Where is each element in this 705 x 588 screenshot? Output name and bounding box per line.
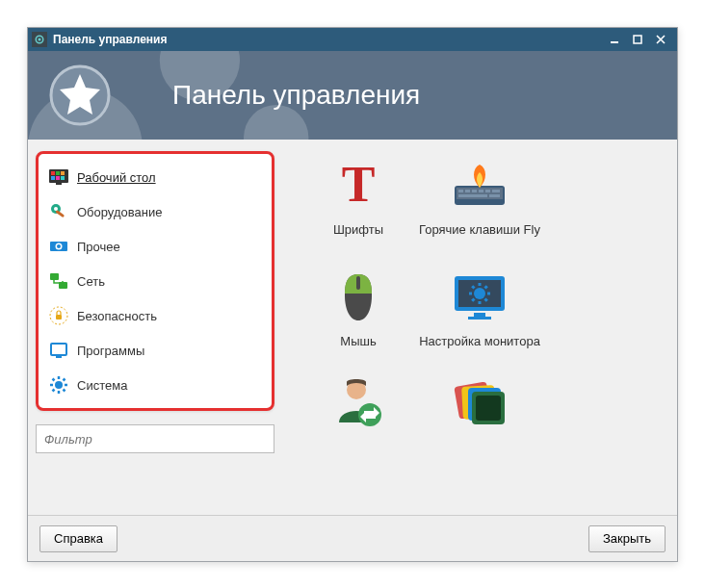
themes-icon bbox=[449, 378, 510, 428]
mouse-icon bbox=[327, 267, 389, 328]
svg-rect-52 bbox=[474, 313, 485, 317]
sidebar-item-hardware[interactable]: Оборудование bbox=[42, 194, 268, 229]
svg-rect-23 bbox=[50, 273, 59, 280]
footer: Справка Закрыть bbox=[28, 515, 677, 561]
sidebar-item-system[interactable]: Система bbox=[42, 368, 268, 402]
close-button[interactable] bbox=[654, 33, 667, 46]
svg-point-22 bbox=[57, 244, 61, 248]
app-label: Шрифты bbox=[333, 222, 383, 238]
svg-rect-15 bbox=[61, 176, 65, 180]
sidebar-item-label: Сеть bbox=[77, 274, 105, 289]
svg-line-35 bbox=[64, 390, 65, 392]
sidebar-item-label: Программы bbox=[77, 344, 144, 358]
svg-rect-43 bbox=[472, 190, 477, 192]
svg-line-61 bbox=[472, 299, 474, 301]
close-dialog-button[interactable]: Закрыть bbox=[588, 525, 666, 552]
svg-rect-2 bbox=[611, 41, 618, 43]
sidebar-item-label: Оборудование bbox=[77, 205, 162, 219]
svg-rect-44 bbox=[479, 190, 483, 192]
sidebar-item-security[interactable]: Безопасность bbox=[42, 298, 268, 333]
svg-rect-45 bbox=[485, 190, 490, 192]
monitor-settings-icon bbox=[449, 267, 510, 328]
hardware-icon bbox=[48, 201, 69, 222]
app-label: Настройка монитора bbox=[419, 334, 540, 349]
svg-line-34 bbox=[53, 379, 55, 381]
network-icon bbox=[48, 270, 69, 292]
fonts-icon: T bbox=[327, 155, 389, 217]
user-switch-icon bbox=[327, 378, 389, 428]
svg-rect-11 bbox=[56, 171, 60, 175]
svg-rect-28 bbox=[56, 356, 62, 358]
svg-rect-46 bbox=[492, 190, 500, 192]
svg-line-60 bbox=[485, 299, 487, 301]
svg-rect-42 bbox=[465, 190, 470, 192]
main-area: T Шрифты Горячие клавиши Fly bbox=[282, 151, 669, 515]
svg-point-1 bbox=[39, 38, 41, 41]
svg-rect-13 bbox=[51, 176, 55, 180]
svg-line-36 bbox=[53, 390, 55, 392]
app-tile-themes[interactable] bbox=[419, 374, 540, 432]
svg-rect-40 bbox=[457, 188, 503, 199]
banner-title: Панель управления bbox=[172, 80, 420, 111]
window-title: Панель управления bbox=[53, 33, 608, 46]
svg-rect-49 bbox=[356, 276, 360, 290]
app-icon bbox=[32, 32, 47, 47]
svg-rect-10 bbox=[51, 171, 55, 175]
svg-point-54 bbox=[474, 288, 485, 299]
sidebar-item-label: Безопасность bbox=[77, 309, 157, 323]
app-tile-user-switch[interactable] bbox=[298, 374, 419, 432]
filter-box bbox=[36, 424, 274, 453]
svg-rect-53 bbox=[468, 317, 491, 320]
other-icon bbox=[48, 236, 69, 257]
app-tile-fonts[interactable]: T Шрифты bbox=[298, 151, 419, 263]
programs-icon bbox=[48, 340, 69, 361]
content-area: Рабочий стол Оборудование Прочее bbox=[28, 140, 677, 515]
sidebar-item-network[interactable]: Сеть bbox=[42, 264, 268, 298]
sidebar-item-programs[interactable]: Программы bbox=[42, 333, 268, 368]
svg-line-62 bbox=[485, 286, 487, 288]
sidebar-item-label: Прочее bbox=[77, 240, 120, 254]
maximize-button[interactable] bbox=[631, 33, 644, 46]
sidebar-item-desktop[interactable]: Рабочий стол bbox=[42, 160, 268, 194]
svg-rect-3 bbox=[634, 36, 641, 43]
svg-line-37 bbox=[64, 379, 65, 381]
system-icon bbox=[48, 374, 69, 396]
svg-rect-69 bbox=[476, 396, 501, 421]
desktop-icon bbox=[48, 166, 69, 188]
svg-line-59 bbox=[472, 286, 474, 288]
svg-rect-27 bbox=[51, 344, 66, 355]
titlebar: Панель управления bbox=[28, 28, 677, 51]
app-tile-monitor-settings[interactable]: Настройка монитора bbox=[419, 263, 540, 374]
window: Панель управления bbox=[27, 27, 678, 562]
svg-rect-26 bbox=[56, 315, 62, 320]
svg-rect-41 bbox=[458, 190, 463, 192]
filter-input[interactable] bbox=[36, 424, 274, 453]
app-tile-mouse[interactable]: Мышь bbox=[298, 263, 419, 374]
banner: Панель управления bbox=[28, 51, 677, 140]
svg-rect-47 bbox=[458, 194, 487, 197]
banner-badge bbox=[45, 61, 115, 130]
sidebar-item-other[interactable]: Прочее bbox=[42, 229, 268, 264]
app-tile-hotkeys[interactable]: Горячие клавиши Fly bbox=[419, 151, 540, 263]
svg-rect-14 bbox=[56, 176, 60, 180]
svg-point-19 bbox=[54, 207, 58, 211]
hotkeys-icon bbox=[449, 155, 510, 217]
security-icon bbox=[48, 305, 69, 326]
svg-rect-48 bbox=[489, 194, 500, 197]
app-label: Горячие клавиши Fly bbox=[419, 222, 540, 238]
minimize-button[interactable] bbox=[608, 33, 621, 46]
sidebar-item-label: Система bbox=[77, 378, 127, 393]
help-button[interactable]: Справка bbox=[39, 525, 118, 552]
svg-rect-16 bbox=[56, 183, 62, 185]
sidebar-item-label: Рабочий стол bbox=[77, 170, 156, 185]
svg-point-29 bbox=[55, 381, 63, 389]
app-label: Мышь bbox=[340, 334, 376, 349]
svg-rect-12 bbox=[61, 171, 65, 175]
sidebar: Рабочий стол Оборудование Прочее bbox=[36, 151, 274, 411]
svg-text:T: T bbox=[342, 157, 376, 212]
